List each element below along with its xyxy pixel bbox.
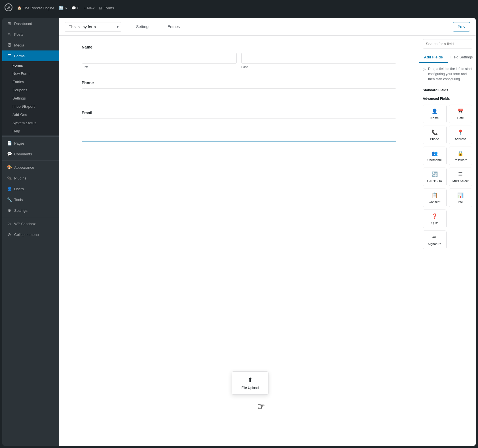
form-canvas: Name First Last Phone — [59, 36, 419, 446]
phone-field-label: Phone — [82, 81, 396, 85]
sidebar-item-users[interactable]: 👤 Users — [2, 183, 59, 194]
form-body: Name First Last Phone — [59, 36, 476, 446]
submenu-settings[interactable]: Settings — [2, 94, 59, 102]
multi-select-field-icon: ☰ — [458, 171, 463, 177]
tab-field-settings[interactable]: Field Settings — [448, 52, 476, 63]
email-input[interactable] — [82, 119, 396, 129]
quiz-field-card-label: Quiz — [431, 221, 438, 225]
submenu-add-ons[interactable]: Add-Ons — [2, 111, 59, 119]
first-name-input[interactable] — [82, 53, 237, 64]
sidebar-item-forms[interactable]: ☰ Forms — [2, 50, 59, 61]
site-name[interactable]: 🏠 The Rocket Engine — [17, 6, 54, 10]
drag-tooltip: ⬆ File Upload — [232, 371, 268, 395]
preview-button[interactable]: Prev — [453, 22, 470, 31]
field-cards-grid: 👤 Name 📅 Date 📞 Phone 📍 Address — [419, 102, 476, 252]
sidebar-divider-1 — [2, 136, 59, 137]
file-upload-drag-icon: ⬆ — [248, 376, 253, 384]
forms-adminbar-link[interactable]: ⊡ Forms — [99, 6, 114, 10]
tab-add-fields[interactable]: Add Fields — [419, 52, 448, 63]
submenu-entries[interactable]: Entries — [2, 78, 59, 86]
submenu-new-form[interactable]: New Form — [2, 69, 59, 78]
field-card-consent[interactable]: 📋 Consent — [423, 189, 447, 207]
tools-icon: 🔧 — [7, 197, 12, 202]
date-field-icon: 📅 — [457, 108, 464, 115]
sidebar-item-pages[interactable]: 📄 Pages — [2, 138, 59, 149]
posts-icon: ✎ — [7, 32, 12, 37]
field-card-password[interactable]: 🔒 Password — [449, 147, 473, 165]
settings-icon: ⚙ — [7, 208, 12, 213]
advanced-fields-title: Advanced Fields — [419, 94, 476, 102]
name-field-icon: 👤 — [432, 108, 438, 115]
form-title-wrapper: This is my form ▾ — [65, 22, 121, 32]
cursor-icon: ▷ — [423, 67, 426, 71]
form-title-select[interactable]: This is my form — [65, 22, 121, 32]
phone-field-group: Phone — [82, 81, 396, 99]
drag-info-text: Drag a field to the left to start config… — [428, 66, 472, 82]
sidebar-item-wp-sandbox[interactable]: 🗂 WP Sandbox — [2, 218, 59, 229]
submenu-system-status[interactable]: System Status — [2, 119, 59, 127]
wp-logo-icon[interactable]: W — [5, 3, 12, 12]
address-field-card-label: Address — [455, 137, 466, 141]
form-header: This is my form ▾ Settings | Entries Pre… — [59, 18, 476, 36]
tab-settings[interactable]: Settings — [135, 22, 152, 32]
consent-field-icon: 📋 — [432, 192, 438, 198]
quiz-field-icon: ❓ — [432, 213, 438, 219]
sidebar-item-plugins[interactable]: 🔌 Plugins — [2, 173, 59, 183]
username-field-card-label: Username — [427, 158, 442, 162]
signature-field-card-label: Signature — [428, 242, 441, 246]
submenu-import-export[interactable]: Import/Export — [2, 102, 59, 111]
field-card-multi-select[interactable]: ☰ Multi Select — [449, 168, 473, 186]
comments-icon: 💬 — [71, 6, 76, 10]
forms-submenu: Forms New Form Entries Coupons Settings … — [2, 61, 59, 135]
users-icon: 👤 — [7, 186, 12, 191]
name-field-row: First Last — [82, 53, 396, 69]
field-card-username[interactable]: 👥 Username — [423, 147, 447, 165]
collapse-menu-button[interactable]: ⊙ Collapse menu — [2, 229, 59, 240]
main-layout: ⊞ Dashboard ✎ Posts 🖼 Media ☰ Forms Form… — [2, 18, 476, 446]
sidebar-item-dashboard[interactable]: ⊞ Dashboard — [2, 18, 59, 29]
field-card-poll[interactable]: 📊 Poll — [449, 189, 473, 207]
email-field-group: Email — [82, 111, 396, 129]
signature-field-icon: ✏ — [432, 234, 437, 240]
last-name-col: Last — [241, 53, 396, 69]
updates-link[interactable]: 🔄 6 — [59, 6, 67, 10]
right-panel-tabs: Add Fields Field Settings — [419, 52, 476, 63]
field-card-address[interactable]: 📍 Address — [449, 126, 473, 144]
field-card-phone[interactable]: 📞 Phone — [423, 126, 447, 144]
captcha-field-card-label: CAPTCHA — [427, 179, 442, 183]
sidebar-item-settings[interactable]: ⚙ Settings — [2, 205, 59, 216]
address-field-icon: 📍 — [457, 129, 464, 136]
field-card-captcha[interactable]: 🔄 CAPTCHA — [423, 168, 447, 186]
sidebar-divider-3 — [2, 217, 59, 217]
svg-text:W: W — [7, 6, 10, 10]
sidebar-item-media[interactable]: 🖼 Media — [2, 40, 59, 50]
tab-entries[interactable]: Entries — [166, 22, 181, 32]
field-card-name[interactable]: 👤 Name — [423, 105, 447, 123]
comments-sidebar-icon: 💬 — [7, 151, 12, 157]
phone-field-icon: 📞 — [432, 129, 438, 136]
pages-icon: 📄 — [7, 141, 12, 146]
comments-link[interactable]: 💬 0 — [71, 6, 79, 10]
drop-zone-line — [82, 141, 396, 141]
updates-icon: 🔄 — [59, 6, 64, 10]
submenu-forms[interactable]: Forms — [2, 61, 59, 69]
name-field-group: Name First Last — [82, 45, 396, 69]
multi-select-field-card-label: Multi Select — [452, 179, 469, 183]
field-card-signature[interactable]: ✏ Signature — [423, 231, 447, 249]
sidebar-item-tools[interactable]: 🔧 Tools — [2, 194, 59, 205]
sidebar-item-appearance[interactable]: 🎨 Appearance — [2, 162, 59, 173]
new-content-button[interactable]: + New — [84, 6, 94, 10]
username-field-icon: 👥 — [432, 150, 438, 157]
forms-icon: ☰ — [7, 53, 12, 58]
submenu-coupons[interactable]: Coupons — [2, 86, 59, 94]
sidebar-item-posts[interactable]: ✎ Posts — [2, 29, 59, 40]
forms-adminbar-icon: ⊡ — [99, 6, 102, 10]
last-name-input[interactable] — [241, 53, 396, 64]
field-card-date[interactable]: 📅 Date — [449, 105, 473, 123]
phone-input[interactable] — [82, 88, 396, 99]
submenu-help[interactable]: Help — [2, 127, 59, 135]
field-search-input[interactable] — [423, 39, 472, 48]
field-card-quiz[interactable]: ❓ Quiz — [423, 210, 447, 228]
consent-field-card-label: Consent — [429, 200, 440, 204]
sidebar-item-comments[interactable]: 💬 Comments — [2, 149, 59, 159]
